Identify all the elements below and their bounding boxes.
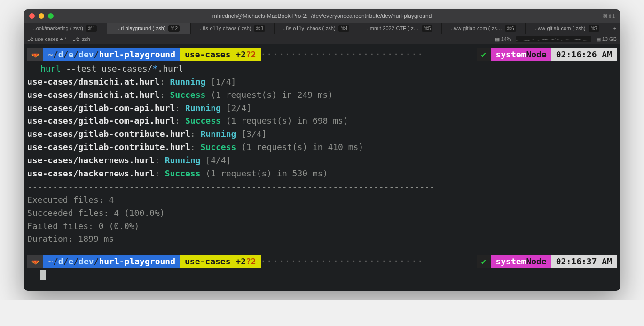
output-running-line: use-cases/gitlab-com-api.hurl: Running […	[27, 102, 617, 115]
tab[interactable]: ..8s-o11y_chaos (-zsh)⌘4	[275, 23, 358, 34]
terminal-body[interactable]: ~/d/e/dev/hurl-playground use-cases +2 ?…	[24, 44, 620, 291]
minimize-icon[interactable]	[39, 13, 44, 19]
cursor	[40, 270, 46, 280]
tab[interactable]: ..ww-gitlab-com (-zsh)⌘7	[526, 23, 609, 34]
prompt-path: ~/d/e/dev/hurl-playground	[43, 48, 180, 61]
summary-executed: Executed files: 4	[27, 193, 617, 207]
tab[interactable]: ..ww-gitlab-com (-zs…⌘6	[442, 23, 526, 34]
gitlab-icon	[27, 255, 43, 268]
check-icon: ✔	[477, 255, 491, 268]
cpu-indicator: ▦ 14%	[495, 36, 511, 42]
tab[interactable]: ..ook/marketing (-zsh)⌘1	[24, 23, 107, 34]
terminal-window: mfriedrich@Michaels-MacBook-Pro-2:~/dev/…	[24, 9, 620, 291]
output-running-line: use-cases/hackernews.hurl: Running [4/4]	[27, 154, 617, 167]
prompt-branch: use-cases +2 ?2	[180, 255, 261, 268]
prompt-dots: ···························	[261, 48, 477, 61]
tab[interactable]: ..rl-playground (-zsh)⌘2	[107, 23, 191, 34]
output-running-line: use-cases/dnsmichi.at.hurl: Running [1/4…	[27, 75, 617, 88]
maximize-icon[interactable]	[48, 13, 54, 19]
tab[interactable]: ..mmit-2022-CTF (-z…⌘5	[358, 23, 442, 34]
prompt-time: 02:16:26 AM	[551, 48, 617, 61]
prompt-branch: use-cases +2 ?2	[180, 48, 261, 61]
tabbar: ..ook/marketing (-zsh)⌘1..rl-playground …	[24, 23, 620, 34]
summary-succeeded: Succeeded files: 4 (100.0%)	[27, 207, 617, 220]
status-item[interactable]: ⎇ use-cases + *	[27, 36, 66, 42]
tab[interactable]: ..8s-o11y-chaos (-zsh)⌘3	[191, 23, 275, 34]
output-success-line: use-cases/dnsmichi.at.hurl: Success (1 r…	[27, 88, 617, 102]
cpu-sparkline	[516, 36, 591, 42]
window-title: mfriedrich@Michaels-MacBook-Pro-2:~/dev/…	[212, 13, 432, 19]
output-success-line: use-cases/gitlab-contribute.hurl: Succes…	[27, 141, 617, 154]
window-shortcut: ⌘⇧1	[603, 13, 615, 19]
output-running-line: use-cases/gitlab-contribute.hurl: Runnin…	[27, 127, 617, 141]
command-output: use-cases/dnsmichi.at.hurl: Running [1/4…	[27, 75, 617, 180]
divider: ----------------------------------------…	[27, 180, 617, 193]
add-tab-icon[interactable]: +	[609, 23, 620, 34]
prompt-runtime: system Node	[491, 255, 551, 268]
traffic-lights	[29, 13, 54, 19]
gitlab-icon	[27, 48, 43, 61]
command-line: hurl --test use-cases/*.hurl	[27, 62, 617, 75]
prompt-time: 02:16:37 AM	[551, 255, 617, 268]
output-success-line: use-cases/hackernews.hurl: Success (1 re…	[27, 167, 617, 180]
titlebar: mfriedrich@Michaels-MacBook-Pro-2:~/dev/…	[24, 9, 620, 23]
mem-indicator: ▤ 13 GB	[596, 36, 617, 42]
prompt-dots: ···························	[261, 255, 477, 268]
close-icon[interactable]	[29, 13, 35, 19]
summary-failed: Failed files: 0 (0.0%)	[27, 220, 617, 233]
check-icon: ✔	[477, 48, 491, 61]
prompt-line-2: ~/d/e/dev/hurl-playground use-cases +2 ?…	[27, 255, 617, 268]
status-item[interactable]: ⎇ -zsh	[73, 36, 90, 42]
statusbar: ⎇ use-cases + *⎇ -zsh ▦ 14% ▤ 13 GB	[24, 34, 620, 44]
prompt-line-1: ~/d/e/dev/hurl-playground use-cases +2 ?…	[27, 48, 617, 61]
prompt-runtime: system Node	[491, 48, 551, 61]
output-success-line: use-cases/gitlab-com-api.hurl: Success (…	[27, 114, 617, 127]
summary-duration: Duration: 1899 ms	[27, 232, 617, 246]
prompt-path: ~/d/e/dev/hurl-playground	[43, 255, 180, 268]
